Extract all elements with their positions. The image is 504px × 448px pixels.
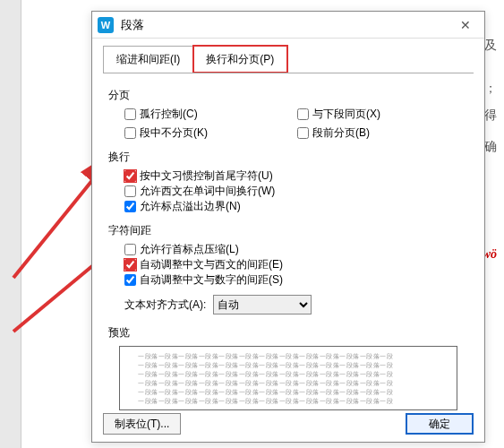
checkbox-latin-word-wrap[interactable]: 允许西文在单词中间换行(W): [124, 184, 468, 199]
checkbox-auto-cjk-latin-spacing[interactable]: 自动调整中文与西文的间距(E): [124, 257, 468, 272]
text-alignment-select[interactable]: 自动: [213, 295, 312, 314]
section-pagination: 分页: [108, 88, 468, 103]
checkbox-label: 段前分页(B): [312, 125, 370, 141]
checkbox-label: 段中不分页(K): [140, 125, 208, 141]
dialog-title: 段落: [121, 17, 452, 33]
checkbox-label: 允许行首标点压缩(L): [140, 242, 239, 257]
checkbox-keep-lines-together[interactable]: 段中不分页(K): [124, 125, 208, 141]
close-button[interactable]: ✕: [452, 18, 479, 32]
preview-box: 一段落一段落一段落一段落一段落一段落一段落一段落一段落一段落一段落一段落一段 一…: [119, 346, 457, 410]
tabs-button[interactable]: 制表位(T)...: [103, 413, 181, 435]
checkbox-keep-with-next[interactable]: 与下段同页(X): [297, 107, 380, 122]
preview-line: 一段落一段落一段落一段落一段落一段落一段落一段落一段落一段落一段落一段落一段: [138, 361, 439, 370]
checkbox-label: 与下段同页(X): [312, 107, 380, 122]
checkbox-hanging-punctuation[interactable]: 允许标点溢出边界(N): [124, 199, 468, 214]
checkbox-label: 孤行控制(C): [140, 107, 198, 122]
dialog-tabs: 缩进和间距(I) 换行和分页(P): [92, 39, 484, 73]
preview-line: 一段落一段落一段落一段落一段落一段落一段落一段落一段落一段落一段落一段落一段: [138, 388, 439, 397]
checkbox-page-break-before[interactable]: 段前分页(B): [297, 125, 380, 141]
section-preview: 预览: [108, 325, 468, 340]
section-char-spacing: 字符间距: [108, 223, 468, 238]
preview-line: 一段落一段落一段落一段落一段落一段落一段落一段落一段落一段落一段落一段落一段: [138, 379, 439, 388]
tab-line-page-breaks[interactable]: 换行和分页(P): [193, 46, 287, 73]
checkbox-cjk-first-last[interactable]: 按中文习惯控制首尾字符(U): [124, 168, 468, 184]
checkbox-label: 自动调整中文与西文的间距(E): [140, 257, 283, 272]
titlebar: W 段落 ✕: [92, 12, 484, 39]
checkbox-label: 允许标点溢出边界(N): [140, 199, 241, 214]
tab-indent-spacing[interactable]: 缩进和间距(I): [103, 46, 193, 73]
checkbox-widow-control[interactable]: 孤行控制(C): [124, 107, 208, 122]
checkbox-label: 按中文习惯控制首尾字符(U): [140, 168, 273, 184]
checkbox-compress-first-punct[interactable]: 允许行首标点压缩(L): [124, 242, 468, 257]
ok-button[interactable]: 确定: [406, 413, 474, 435]
preview-line: 一段落一段落一段落一段落一段落一段落一段落一段落一段落一段落一段落一段落一段: [138, 397, 439, 406]
section-line-break: 换行: [108, 150, 468, 165]
checkbox-auto-cjk-number-spacing[interactable]: 自动调整中文与数字的间距(S): [124, 272, 468, 288]
paragraph-dialog: W 段落 ✕ 缩进和间距(I) 换行和分页(P) 分页 孤行控制(C) 段中不分…: [91, 11, 485, 443]
preview-line: 一段落一段落一段落一段落一段落一段落一段落一段落一段落一段落一段落一段落一段: [138, 370, 439, 379]
app-icon: W: [98, 17, 114, 33]
preview-line: 一段落一段落一段落一段落一段落一段落一段落一段落一段落一段落一段落一段落一段: [138, 352, 439, 361]
text-alignment-label: 文本对齐方式(A):: [124, 297, 206, 313]
tab-content: 分页 孤行控制(C) 段中不分页(K) 与下段同页(X) 段前分页(B) 换行: [103, 73, 474, 418]
checkbox-label: 自动调整中文与数字的间距(S): [140, 272, 283, 288]
checkbox-label: 允许西文在单词中间换行(W): [140, 184, 275, 199]
